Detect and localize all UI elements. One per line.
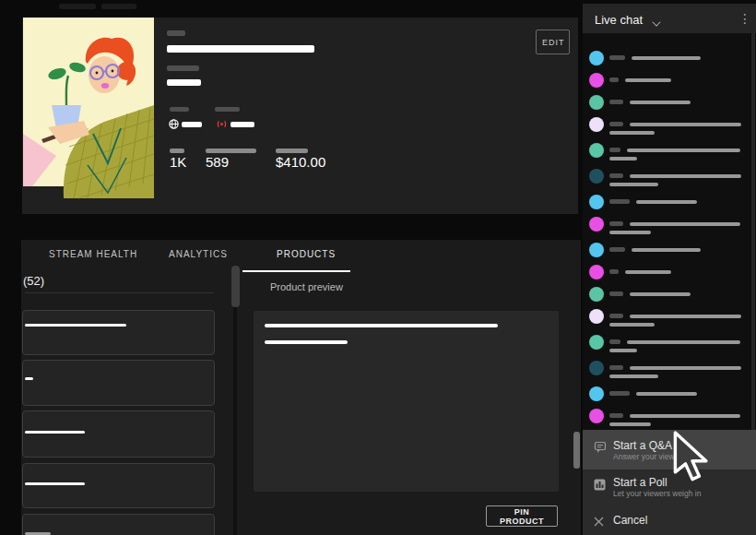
- chat-text-placeholder: [625, 270, 671, 274]
- chat-messages-stat: 589: [206, 154, 229, 170]
- divider: [25, 292, 214, 293]
- chat-username-placeholder: [609, 291, 623, 296]
- stream-thumbnail: [23, 18, 154, 202]
- chat-username-placeholder: [609, 221, 623, 226]
- product-list-item[interactable]: [22, 310, 215, 355]
- avatar: [589, 243, 604, 257]
- stream-kicker-placeholder: [167, 30, 185, 36]
- products-section: STREAM HEALTHANALYTICSPRODUCTS (52) Prod…: [21, 240, 581, 535]
- chat-text-placeholder: [630, 366, 741, 370]
- chat-username-placeholder: [609, 413, 623, 418]
- chevron-down-icon[interactable]: [652, 18, 660, 26]
- close-icon: [594, 514, 604, 530]
- product-preview-title: Product preview: [270, 281, 343, 292]
- product-list-item[interactable]: [22, 514, 215, 535]
- chat-message: [583, 243, 756, 265]
- product-title-placeholder: [25, 324, 126, 327]
- chat-message: [583, 386, 756, 409]
- youtube-live-dashboard: 1K589$410.00 EDIT STREAM HEALTHANALYTICS…: [0, 0, 756, 535]
- chat-username-placeholder: [609, 173, 623, 178]
- tab-products[interactable]: PRODUCTS: [277, 249, 336, 259]
- product-title-placeholder: [25, 482, 85, 485]
- chat-message: [583, 265, 756, 287]
- product-list-item[interactable]: [22, 410, 215, 458]
- chat-text-placeholder: [630, 414, 740, 418]
- chat-message: [583, 335, 756, 361]
- concurrent-viewers-stat: 1K: [170, 154, 186, 170]
- chat-username-placeholder: [609, 314, 623, 318]
- chat-text-placeholder: [630, 292, 691, 296]
- menu-item-title: Start a Q&A: [613, 439, 672, 452]
- tab-analytics[interactable]: ANALYTICS: [169, 249, 228, 259]
- stream-info-card: 1K589$410.00 EDIT: [22, 18, 578, 214]
- chat-text-placeholder: [632, 248, 701, 252]
- live-value-placeholder: [230, 122, 254, 127]
- avatar: [589, 169, 604, 184]
- top-placeholder-bar: [101, 4, 136, 9]
- chat-messages-stat-label-placeholder: [206, 149, 256, 153]
- chat-text-placeholder: [609, 323, 655, 327]
- qa-icon: [594, 441, 607, 458]
- edit-button[interactable]: EDIT: [536, 30, 570, 54]
- chat-text-placeholder: [630, 174, 741, 178]
- menu-item-start-a-q-a[interactable]: Start a Q&AAnswer your viewers' que: [583, 430, 756, 470]
- globe-icon: [169, 119, 179, 129]
- chat-text-placeholder: [627, 340, 740, 344]
- chat-username-placeholder: [609, 77, 619, 82]
- chat-text-placeholder: [609, 349, 637, 352]
- product-title-placeholder: [25, 377, 33, 380]
- chat-username-placeholder: [609, 339, 620, 344]
- product-title-placeholder: [25, 431, 85, 434]
- top-placeholder-bar: [59, 4, 96, 9]
- product-list-item[interactable]: [22, 360, 215, 406]
- chat-message: [583, 309, 756, 335]
- chat-message: [583, 361, 756, 386]
- chat-text-placeholder: [625, 78, 671, 82]
- chat-message: [583, 169, 756, 195]
- menu-item-title: Cancel: [613, 514, 647, 527]
- chat-message: [583, 287, 756, 309]
- avatar: [589, 309, 604, 324]
- menu-item-subtitle: Answer your viewers' que: [613, 452, 703, 461]
- chat-username-placeholder: [609, 199, 630, 204]
- chat-text-placeholder: [630, 123, 741, 126]
- avatar: [589, 361, 604, 375]
- avatar: [589, 287, 604, 302]
- chat-text-placeholder: [630, 101, 691, 104]
- chat-message: [583, 117, 756, 143]
- concurrent-viewers-stat-label-placeholder: [170, 149, 184, 153]
- chat-text-placeholder: [609, 157, 637, 160]
- revenue-stat: $410.00: [276, 154, 325, 170]
- chat-username-placeholder: [609, 269, 619, 274]
- preview-scrollbar-thumb[interactable]: [573, 432, 580, 469]
- chat-action-menu: Start a Q&AAnswer your viewers' queStart…: [583, 430, 756, 535]
- avatar: [589, 409, 604, 423]
- chat-message: [583, 195, 756, 217]
- product-list-item[interactable]: [22, 463, 215, 508]
- chat-username-placeholder: [609, 122, 623, 126]
- avatar: [589, 73, 604, 88]
- chat-message: [583, 217, 756, 243]
- live-chat-title[interactable]: Live chat: [595, 13, 643, 27]
- chat-username-placeholder: [609, 55, 625, 60]
- chat-scrollbar[interactable]: [751, 33, 755, 430]
- tab-stream-health[interactable]: STREAM HEALTH: [49, 249, 137, 259]
- active-tab-underline: [242, 270, 350, 272]
- chat-username-placeholder: [609, 391, 630, 396]
- chat-text-placeholder: [609, 231, 651, 234]
- kebab-menu-icon[interactable]: ⋮: [738, 11, 751, 26]
- chat-text-placeholder: [609, 183, 658, 186]
- poll-icon: [594, 478, 606, 494]
- menu-item-start-a-poll[interactable]: Start a PollLet your viewers weigh in: [583, 470, 756, 504]
- menu-item-cancel[interactable]: Cancel: [583, 504, 756, 535]
- stream-subtitle-placeholder: [167, 65, 199, 71]
- thumbnail-illustration: [23, 18, 154, 202]
- chat-username-placeholder: [609, 247, 625, 252]
- product-list-scrollbar-track: [233, 307, 237, 535]
- pin-product-button[interactable]: PIN PRODUCT: [486, 505, 558, 527]
- chat-username-placeholder: [609, 365, 623, 370]
- stream-title-placeholder: [167, 45, 314, 53]
- product-list-scrollbar-thumb[interactable]: [231, 266, 240, 307]
- live-chat-header: Live chat ⋮: [583, 4, 756, 33]
- avatar: [589, 217, 604, 232]
